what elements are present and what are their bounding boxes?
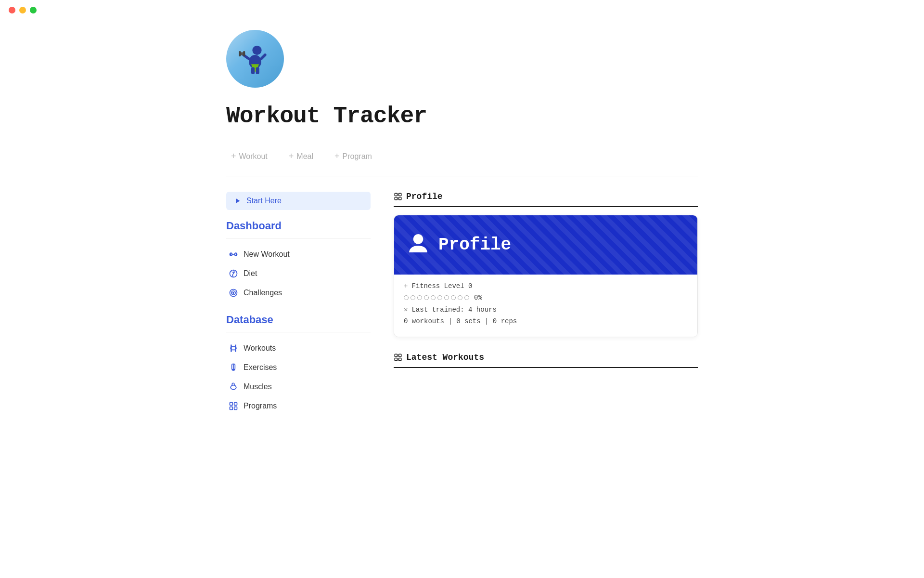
- workout-stats-row: 0 workouts | 0 sets | 0 reps: [404, 317, 688, 325]
- minimize-button[interactable]: [19, 7, 26, 13]
- sidebar-item-new-workout[interactable]: New Workout: [226, 245, 371, 263]
- maximize-button[interactable]: [30, 7, 37, 13]
- fitness-level-text: Fitness Level 0: [411, 282, 472, 290]
- sidebar-item-diet[interactable]: Diet: [226, 264, 371, 283]
- profile-card-header: Profile: [394, 215, 697, 275]
- right-panel: Profile Profile + Fitness Le: [394, 192, 698, 376]
- close-button[interactable]: [9, 7, 15, 13]
- svg-point-0: [252, 46, 261, 55]
- dashboard-heading: Dashboard: [226, 220, 371, 232]
- quick-add-workout-button[interactable]: + Workout: [226, 148, 272, 164]
- progress-circles-row: 0%: [404, 294, 688, 302]
- fitness-level-row: + Fitness Level 0: [404, 282, 688, 290]
- sidebar-divider: [226, 238, 371, 238]
- quick-add-meal-label: Meal: [296, 152, 313, 161]
- page-title: Workout Tracker: [226, 103, 698, 129]
- latest-workouts-section-header: Latest Workouts: [394, 353, 698, 368]
- svg-rect-4: [243, 51, 245, 56]
- muscles-label: Muscles: [244, 382, 272, 391]
- plus-icon: +: [289, 151, 294, 161]
- muscles-icon: [228, 381, 239, 392]
- profile-user-icon: [406, 231, 431, 259]
- profile-card-title: Profile: [438, 235, 511, 255]
- play-icon: [233, 197, 242, 205]
- quick-add-row: + Workout + Meal + Program: [226, 148, 698, 176]
- x-icon: ✕: [404, 305, 408, 314]
- diet-label: Diet: [244, 269, 257, 278]
- database-heading: Database: [226, 314, 371, 326]
- svg-rect-6: [256, 67, 259, 74]
- svg-rect-32: [399, 354, 401, 356]
- quick-add-workout-label: Workout: [239, 152, 268, 161]
- svg-rect-23: [234, 403, 237, 406]
- main-content: Workout Tracker + Workout + Meal + Progr…: [197, 20, 727, 445]
- sidebar-item-challenges[interactable]: Challenges: [226, 284, 371, 302]
- svg-rect-26: [395, 193, 397, 196]
- programs-icon: [228, 401, 239, 411]
- svg-rect-25: [234, 407, 237, 410]
- svg-rect-34: [399, 358, 401, 361]
- svg-rect-31: [395, 354, 397, 356]
- sidebar-item-exercises[interactable]: Exercises: [226, 358, 371, 377]
- svg-rect-29: [399, 197, 401, 200]
- sidebar: Start Here Dashboard: [226, 192, 371, 416]
- profile-card-body: + Fitness Level 0 0%: [394, 275, 697, 337]
- svg-rect-27: [399, 193, 401, 196]
- target-icon: [228, 288, 239, 298]
- sidebar-item-workouts[interactable]: Workouts: [226, 339, 371, 357]
- plus-icon: +: [334, 151, 340, 161]
- svg-rect-18: [230, 347, 231, 349]
- start-here-item[interactable]: Start Here: [226, 192, 371, 210]
- svg-rect-3: [239, 51, 241, 56]
- svg-rect-24: [230, 407, 233, 410]
- new-workout-label: New Workout: [244, 250, 290, 259]
- sidebar-divider-2: [226, 332, 371, 332]
- plus-stat-icon: +: [404, 282, 408, 290]
- quick-add-meal-button[interactable]: + Meal: [284, 148, 318, 164]
- latest-workouts-icon: [394, 353, 402, 362]
- svg-rect-28: [395, 197, 397, 200]
- svg-rect-33: [395, 358, 397, 361]
- workouts-label: Workouts: [244, 344, 276, 353]
- app-hero-icon: [226, 30, 284, 88]
- programs-label: Programs: [244, 402, 277, 410]
- svg-rect-19: [235, 347, 237, 349]
- profile-section-label: Profile: [406, 192, 443, 201]
- challenges-label: Challenges: [244, 289, 282, 297]
- profile-card[interactable]: Profile + Fitness Level 0: [394, 215, 698, 337]
- svg-point-17: [233, 292, 234, 294]
- sidebar-item-muscles[interactable]: Muscles: [226, 378, 371, 396]
- workouts-icon: [228, 343, 239, 354]
- quick-add-program-label: Program: [343, 152, 372, 161]
- workout-stats-text: 0 workouts | 0 sets | 0 reps: [404, 317, 517, 325]
- sidebar-item-programs[interactable]: Programs: [226, 397, 371, 415]
- last-trained-row: ✕ Last trained: 4 hours: [404, 305, 688, 314]
- quick-add-program-button[interactable]: + Program: [330, 148, 377, 164]
- two-col-layout: Start Here Dashboard: [226, 192, 698, 416]
- profile-section-header: Profile: [394, 192, 698, 207]
- plus-icon: +: [231, 151, 236, 161]
- svg-rect-5: [251, 67, 255, 74]
- progress-percent: 0%: [474, 294, 482, 302]
- start-here-label: Start Here: [246, 197, 282, 205]
- svg-point-30: [413, 234, 424, 244]
- last-trained-text: Last trained: 4 hours: [411, 306, 496, 314]
- profile-section-icon: [394, 192, 402, 201]
- exercises-icon: [228, 362, 239, 373]
- diet-icon: [228, 268, 239, 279]
- exercises-label: Exercises: [244, 363, 277, 372]
- window-chrome: [0, 0, 924, 20]
- svg-rect-22: [230, 403, 233, 406]
- dumbbell-icon: [228, 249, 239, 260]
- latest-workouts-label: Latest Workouts: [406, 353, 484, 362]
